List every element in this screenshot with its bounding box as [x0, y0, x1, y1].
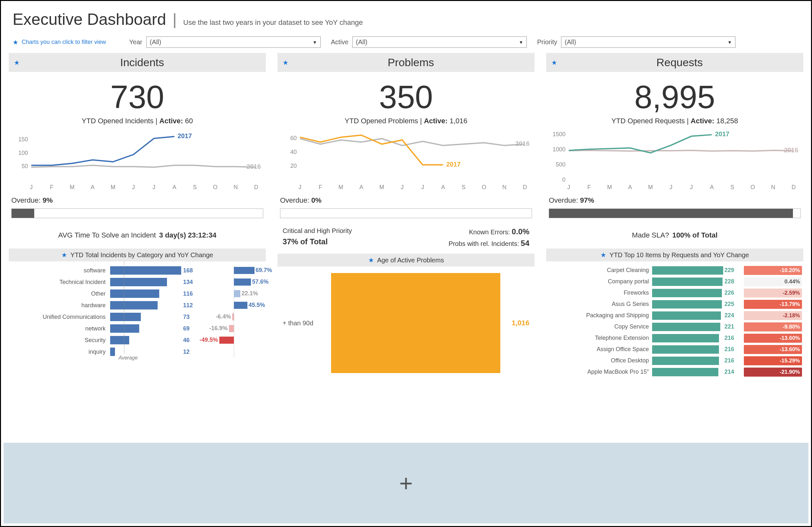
problems-trend-chart[interactable]: 204060JFMAMJJASOND20162017	[277, 129, 535, 193]
category-label: Technical Incident	[11, 279, 108, 286]
filter-year-label: Year	[129, 39, 142, 46]
request-row: Company portal 228 0.44%	[548, 276, 802, 287]
category-row: network 69 -16.9%	[11, 323, 263, 334]
category-bar	[110, 324, 181, 333]
rel-val: 54	[521, 239, 530, 247]
request-yoy: -2.59%	[744, 288, 802, 298]
yoy-cell: 69.7%	[204, 266, 263, 275]
request-label: Apple MacBook Pro 15"	[548, 368, 651, 375]
title-separator: |	[173, 10, 177, 29]
request-label: Asus G Series	[548, 301, 651, 307]
active-select[interactable]: (All) ▼	[352, 36, 527, 48]
incidents-subline: YTD Opened Incidents | Active: 60	[9, 117, 266, 129]
svg-text:N: N	[771, 184, 775, 191]
svg-text:M: M	[338, 184, 343, 191]
age-row: + than 90d 1,016	[282, 273, 530, 373]
svg-text:A: A	[173, 184, 176, 191]
incidents-trend-chart[interactable]: 50100150JFMAMJJASOND20162017	[9, 129, 266, 193]
overdue-label: Overdue:	[11, 196, 41, 204]
problems-age-chart[interactable]: + than 90d 1,016	[277, 267, 535, 379]
svg-text:J: J	[299, 184, 301, 191]
header: Executive Dashboard | Use the last two y…	[1, 1, 811, 34]
incidents-overdue: Overdue: 9%	[9, 193, 266, 206]
yoy-cell: 45.5%	[204, 301, 263, 310]
request-value: 221	[724, 323, 742, 330]
request-bar	[652, 266, 723, 275]
svg-text:1500: 1500	[553, 131, 566, 137]
category-bar	[110, 278, 181, 286]
svg-text:A: A	[628, 184, 632, 191]
avg-label: AVG Time To Solve an Incident	[58, 231, 156, 239]
request-value: 226	[724, 289, 742, 296]
requests-header[interactable]: ★ Requests	[546, 53, 803, 72]
requests-subline: YTD Opened Requests | Active: 18,258	[546, 117, 803, 129]
requests-trend-chart[interactable]: 050010001500JFMAMJJASOND20162017	[546, 129, 803, 193]
problems-age-header[interactable]: ★ Age of Active Problems	[277, 254, 535, 267]
incidents-overdue-bar	[11, 209, 263, 218]
svg-text:S: S	[462, 184, 465, 191]
problems-header[interactable]: ★ Problems	[277, 53, 535, 72]
request-value: 216	[724, 357, 742, 364]
svg-text:J: J	[421, 184, 424, 191]
incidents-category-header[interactable]: ★ YTD Total Incidents by Category and Yo…	[9, 249, 266, 261]
svg-text:O: O	[482, 184, 487, 191]
svg-text:2017: 2017	[446, 161, 461, 168]
year-select[interactable]: (All) ▼	[146, 36, 321, 48]
incidents-category-chart[interactable]: software 168 69.7% Technical Incident 13…	[9, 261, 266, 361]
requests-panel: ★ Requests 8,995 YTD Opened Requests | A…	[546, 53, 803, 440]
requests-top10-chart[interactable]: Carpet Cleaning 229 -10.20% Company port…	[546, 261, 803, 381]
category-label: Other	[11, 290, 108, 297]
request-yoy: -13.79%	[744, 300, 802, 309]
yoy-cell	[204, 348, 263, 356]
yoy-cell: 22.1%	[204, 289, 263, 298]
svg-text:40: 40	[290, 149, 297, 155]
request-row: Carpet Cleaning 229 -10.20%	[548, 265, 802, 276]
problems-sub-bold: Active:	[424, 117, 447, 125]
svg-text:D: D	[254, 184, 258, 191]
request-row: Office Desktop 216 -15.29%	[548, 355, 802, 366]
requests-sub-val: 18,258	[714, 117, 738, 125]
incidents-total: 730	[9, 72, 266, 117]
svg-text:A: A	[441, 184, 445, 191]
category-row: software 168 69.7%	[11, 265, 263, 276]
svg-text:2017: 2017	[715, 130, 729, 137]
svg-text:A: A	[360, 184, 363, 191]
request-bar	[652, 312, 723, 320]
incidents-header[interactable]: ★ Incidents	[9, 53, 266, 72]
category-label: Security	[11, 337, 108, 344]
category-value: 112	[183, 302, 203, 309]
request-label: Office Desktop	[548, 357, 651, 364]
svg-text:J: J	[153, 184, 155, 191]
requests-total: 8,995	[546, 72, 803, 117]
request-row: Assign Office Space 216 -13.60%	[548, 344, 802, 355]
requests-top10-header[interactable]: ★ YTD Top 10 Items by Requests and YoY C…	[546, 249, 803, 261]
category-value: 69	[183, 325, 203, 332]
category-label: hardware	[11, 302, 108, 309]
incidents-title: Incidents	[24, 56, 261, 69]
request-value: 216	[724, 335, 742, 342]
filter-hint-text: Charts you can click to filter view	[21, 39, 106, 45]
request-bar	[652, 345, 723, 354]
yoy-cell: -16.9%	[204, 324, 263, 333]
plus-icon: +	[399, 470, 413, 496]
category-label: software	[11, 267, 108, 274]
caret-down-icon: ▼	[519, 40, 523, 45]
category-bar	[110, 301, 181, 310]
age-val: 1,016	[500, 319, 530, 327]
page-subtitle: Use the last two years in your dataset t…	[183, 18, 363, 27]
avg-val: 3 day(s) 23:12:34	[159, 231, 216, 239]
requests-sla-row: Made SLA? 100% of Total	[546, 224, 803, 249]
crit-val: 37% of Total	[282, 237, 352, 246]
requests-title: Requests	[561, 56, 798, 69]
svg-text:J: J	[670, 184, 672, 191]
add-content-pane[interactable]: +	[3, 443, 809, 524]
request-yoy: -2.18%	[744, 311, 802, 320]
category-row: Other 116 22.1%	[11, 288, 263, 300]
category-value: 134	[183, 279, 203, 286]
svg-text:O: O	[751, 184, 755, 191]
priority-select[interactable]: (All) ▼	[561, 36, 736, 48]
star-icon: ★	[368, 256, 374, 264]
rel-label: Probs with rel. Incidents:	[449, 240, 519, 247]
svg-text:J: J	[401, 184, 404, 191]
incidents-category-title: YTD Total Incidents by Category and YoY …	[70, 251, 213, 259]
